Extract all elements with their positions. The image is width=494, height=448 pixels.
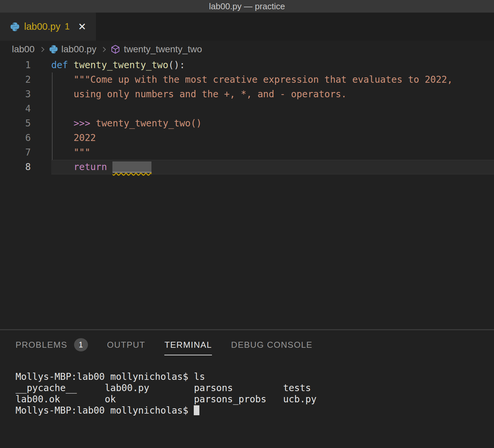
selected-placeholder[interactable]: _______ bbox=[112, 161, 151, 172]
line-number: 2 bbox=[0, 72, 51, 87]
code-editor[interactable]: 1def twenty_twenty_two():2 """Come up wi… bbox=[0, 58, 494, 329]
vscode-window: lab00.py — practice lab00.py 1 ✕ lab00 bbox=[0, 0, 494, 448]
terminal-line: __pycache__ lab00.py parsons tests bbox=[16, 382, 494, 394]
panel-tab-label: DEBUG CONSOLE bbox=[231, 340, 312, 350]
problems-count-badge: 1 bbox=[74, 338, 88, 351]
code-line[interactable]: 2 """Come up with the most creative expr… bbox=[0, 72, 494, 87]
code-text: """Come up with the most creative expres… bbox=[51, 72, 453, 87]
code-line[interactable]: 8 return _______ bbox=[0, 160, 494, 174]
panel-tab-output[interactable]: OUTPUT bbox=[107, 330, 145, 359]
code-line[interactable]: 6 2022 bbox=[0, 131, 494, 145]
breadcrumb-file-label: lab00.py bbox=[62, 44, 97, 55]
breadcrumb-item-symbol[interactable]: twenty_twenty_two bbox=[110, 44, 202, 55]
code-text: """ bbox=[51, 145, 90, 160]
line-number: 3 bbox=[0, 87, 51, 102]
terminal-line: lab00.ok ok parsons_probs ucb.py bbox=[16, 394, 494, 405]
terminal-prompt-line[interactable]: Mollys-MBP:lab00 mollynicholas$ bbox=[16, 405, 494, 416]
close-icon[interactable]: ✕ bbox=[78, 22, 86, 32]
python-icon bbox=[49, 45, 58, 54]
code-line[interactable]: 4 bbox=[0, 102, 494, 116]
editor-tab-strip: lab00.py 1 ✕ bbox=[0, 13, 494, 41]
panel-tab-label: PROBLEMS bbox=[16, 340, 67, 350]
panel-tab-label: OUTPUT bbox=[107, 340, 145, 350]
breadcrumb: lab00 lab00.py twenty_twenty_two bbox=[0, 41, 494, 58]
code-text: using only numbers and the +, *, and - o… bbox=[51, 87, 347, 102]
terminal-cursor bbox=[194, 405, 199, 415]
terminal-line: Mollys-MBP:lab00 mollynicholas$ ls bbox=[16, 371, 494, 382]
panel-tab-label: TERMINAL bbox=[164, 340, 212, 350]
code-line[interactable]: 1def twenty_twenty_two(): bbox=[0, 58, 494, 72]
code-lines: 1def twenty_twenty_two():2 """Come up wi… bbox=[0, 58, 494, 174]
breadcrumb-folder-label: lab00 bbox=[12, 44, 35, 55]
line-number: 8 bbox=[0, 160, 51, 174]
tab-problem-count: 1 bbox=[65, 22, 70, 32]
breadcrumb-item-folder[interactable]: lab00 bbox=[12, 44, 35, 55]
code-text: def twenty_twenty_two(): bbox=[51, 58, 185, 72]
window-title: lab00.py — practice bbox=[209, 1, 285, 12]
chevron-right-icon bbox=[101, 47, 106, 52]
line-number: 7 bbox=[0, 145, 51, 160]
terminal-prompt: Mollys-MBP:lab00 mollynicholas$ bbox=[16, 405, 194, 416]
code-line[interactable]: 3 using only numbers and the +, *, and -… bbox=[0, 87, 494, 102]
panel-tab-problems[interactable]: PROBLEMS1 bbox=[16, 330, 88, 359]
breadcrumb-symbol-label: twenty_twenty_two bbox=[124, 44, 202, 55]
code-text: 2022 bbox=[51, 131, 96, 145]
code-line[interactable]: 5 >>> twenty_twenty_two() bbox=[0, 116, 494, 131]
breadcrumb-item-file[interactable]: lab00.py bbox=[49, 44, 97, 55]
code-line[interactable]: 7 """ bbox=[0, 145, 494, 160]
panel-tab-debug-console[interactable]: DEBUG CONSOLE bbox=[231, 330, 312, 359]
panel-tabs: PROBLEMS1OUTPUTTERMINALDEBUG CONSOLE bbox=[0, 330, 494, 359]
terminal-output[interactable]: Mollys-MBP:lab00 mollynicholas$ ls__pyca… bbox=[0, 359, 494, 416]
tab-label: lab00.py bbox=[24, 21, 61, 32]
code-text: return _______ bbox=[51, 160, 151, 174]
bottom-panel: PROBLEMS1OUTPUTTERMINALDEBUG CONSOLE Mol… bbox=[0, 329, 494, 448]
line-number: 5 bbox=[0, 116, 51, 131]
symbol-method-icon bbox=[110, 44, 120, 54]
titlebar: lab00.py — practice bbox=[0, 0, 494, 13]
line-number: 4 bbox=[0, 102, 51, 116]
tab-lab00-py[interactable]: lab00.py 1 ✕ bbox=[0, 13, 96, 41]
line-number: 1 bbox=[0, 58, 51, 72]
code-text: >>> twenty_twenty_two() bbox=[51, 116, 202, 131]
chevron-right-icon bbox=[39, 47, 44, 52]
panel-tab-terminal[interactable]: TERMINAL bbox=[164, 330, 212, 359]
python-icon bbox=[10, 22, 20, 32]
line-number: 6 bbox=[0, 131, 51, 145]
